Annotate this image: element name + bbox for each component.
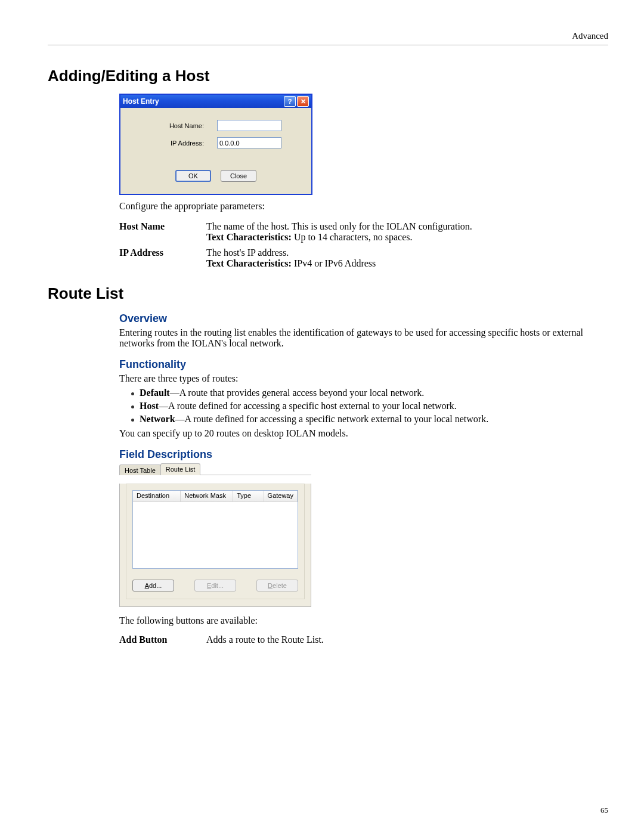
list-item: Host—A route defined for accessing a spe… (131, 401, 608, 411)
col-network-mask[interactable]: Network Mask (181, 491, 233, 501)
header-right: Advanced (48, 31, 608, 41)
ip-address-input[interactable] (217, 137, 281, 148)
add-button-desc: Adds a route to the Route List. (206, 632, 608, 648)
param-hostname-tc: Up to 14 characters, no spaces. (292, 232, 413, 242)
functionality-heading: Functionality (119, 358, 608, 371)
dialog-titlebar: Host Entry ? ✕ (120, 95, 311, 108)
bullet-rest-default: —A route that provides general access be… (170, 388, 425, 398)
param-ipaddr-desc: The host's IP address. (206, 247, 289, 258)
param-ipaddr-key: IP Address (119, 245, 206, 271)
overview-text: Entering routes in the routing list enab… (119, 327, 608, 349)
tab-host-table[interactable]: Host Table (119, 465, 161, 475)
param-hostname-tc-label: Text Characteristics: (206, 232, 292, 242)
section-title-route-list: Route List (48, 284, 608, 303)
functionality-note: You can specify up to 20 routes on deskt… (119, 428, 608, 439)
col-destination[interactable]: Destination (133, 491, 181, 501)
edit-button[interactable]: Edit... (194, 580, 236, 592)
dialog-title: Host Entry (123, 97, 283, 106)
col-type[interactable]: Type (233, 491, 264, 501)
parameter-table: Host Name The name of the host. This is … (119, 219, 608, 271)
route-type-list: Default—A route that provides general ac… (119, 388, 608, 425)
help-icon[interactable]: ? (284, 96, 296, 107)
add-rest: dd... (149, 582, 162, 589)
col-gateway[interactable]: Gateway (264, 491, 298, 501)
host-entry-dialog: Host Entry ? ✕ Host Name: IP Address: OK… (119, 94, 312, 195)
param-ipaddr-tc-label: Text Characteristics: (206, 258, 292, 268)
param-hostname-desc: The name of the host. This is used only … (206, 221, 472, 231)
bullet-rest-network: —A route defined for accessing a specifi… (175, 414, 489, 424)
host-name-label: Host Name: (132, 122, 217, 129)
bullet-term-network: Network (140, 414, 175, 424)
config-intro: Configure the appropriate parameters: (119, 201, 608, 212)
page-number: 65 (600, 806, 608, 815)
ok-button[interactable]: OK (175, 170, 211, 182)
functionality-intro: There are three types of routes: (119, 373, 608, 384)
route-tabs: Host Table Route List (119, 463, 311, 475)
delete-rest: elete (273, 582, 287, 589)
overview-heading: Overview (119, 312, 608, 325)
close-button[interactable]: Close (221, 170, 256, 182)
ip-address-label: IP Address: (132, 140, 217, 147)
bullet-term-host: Host (140, 401, 159, 411)
field-descriptions-heading: Field Descriptions (119, 448, 608, 461)
bullet-rest-host: —A route defined for accessing a specifi… (159, 401, 457, 411)
add-underline: A (145, 582, 149, 589)
host-name-input[interactable] (217, 120, 281, 131)
button-table: Add Button Adds a route to the Route Lis… (119, 632, 608, 648)
tab-route-list[interactable]: Route List (160, 463, 201, 475)
buttons-intro: The following buttons are available: (119, 615, 608, 626)
delete-underline: D (268, 582, 273, 589)
add-button[interactable]: Add... (132, 580, 174, 592)
close-icon[interactable]: ✕ (297, 96, 309, 107)
bullet-term-default: Default (140, 388, 170, 398)
edit-rest: dit... (211, 582, 224, 589)
route-list-panel: Destination Network Mask Type Gateway Ad… (119, 484, 311, 607)
list-item: Default—A route that provides general ac… (131, 388, 608, 398)
header-rule (48, 45, 608, 45)
param-ipaddr-tc: IPv4 or IPv6 Address (292, 258, 376, 268)
add-button-key: Add Button (119, 632, 206, 648)
section-title-adding-host: Adding/Editing a Host (48, 67, 608, 85)
delete-button[interactable]: Delete (256, 580, 298, 592)
list-item: Network—A route defined for accessing a … (131, 414, 608, 425)
param-hostname-key: Host Name (119, 219, 206, 245)
route-grid[interactable]: Destination Network Mask Type Gateway (132, 490, 298, 569)
